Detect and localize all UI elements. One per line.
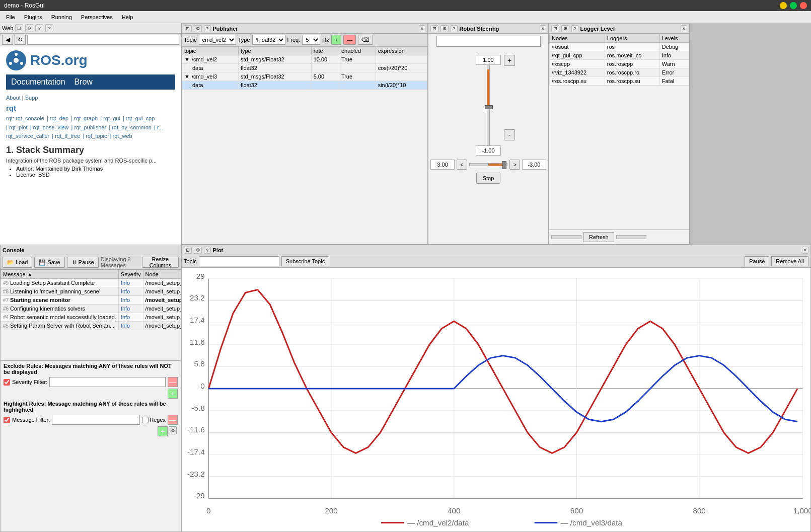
supp-link[interactable]: Supp (25, 95, 38, 101)
logger-help-btn[interactable]: ? (571, 25, 578, 32)
type-select[interactable]: /Float32 (252, 35, 285, 45)
plot-dock-btn[interactable]: ⊡ (184, 247, 192, 254)
col-topic[interactable]: topic (182, 47, 239, 55)
table-row[interactable]: #6 Configuring kinematics solvers Info /… (1, 305, 181, 313)
list-item[interactable]: /ros.roscpp.su ros.roscpp.su Fatal (550, 77, 689, 86)
robot-dock-btn[interactable]: ⊡ (430, 25, 438, 32)
robot-left-btn[interactable]: < (457, 160, 467, 170)
exclude-add-btn[interactable]: + (168, 389, 178, 399)
pub-dock-btn[interactable]: ⊡ (184, 25, 192, 32)
pub-remove-btn[interactable]: — (343, 35, 356, 45)
expand-arrow[interactable]: ▼ (184, 56, 190, 62)
web-close-btn[interactable]: × (45, 24, 53, 32)
highlight-add-btn[interactable]: + (158, 426, 168, 436)
publisher-close-btn[interactable]: × (419, 25, 425, 32)
table-row[interactable]: #4 Robot semantic model successfully loa… (1, 313, 181, 322)
logger-close-btn[interactable]: × (681, 25, 687, 32)
logger-refresh-btn[interactable]: Refresh (583, 232, 614, 242)
list-item[interactable]: /rqt_gui_cpp ros.moveit_co Info (550, 51, 689, 60)
col-enabled[interactable]: enabled (339, 47, 376, 55)
message-del-btn[interactable]: — (168, 415, 178, 425)
list-item[interactable]: /roscpp ros.roscpp Warn (550, 60, 689, 68)
list-item[interactable]: /rosout ros Debug (550, 43, 689, 51)
resize-columns-btn[interactable]: Resize Columns (142, 257, 179, 268)
console-save-btn[interactable]: 💾 Save (34, 257, 64, 268)
plot-pause-btn[interactable]: Pause (745, 256, 769, 266)
plot-help-btn[interactable]: ? (204, 247, 211, 254)
web-back-btn[interactable]: ◀ (2, 35, 13, 45)
robot-help-btn[interactable]: ? (451, 25, 458, 32)
list-item[interactable]: /rviz_1343922 ros.roscpp.ro Error (550, 68, 689, 77)
robot-config-btn[interactable]: ⚙ (440, 25, 449, 32)
table-row[interactable]: #9 Loading Setup Assistant Complete Info… (1, 279, 181, 287)
menu-plugins[interactable]: Plugins (20, 13, 46, 21)
robot-minus-btn[interactable]: - (504, 129, 515, 140)
highlight-settings-btn[interactable]: ⚙ (169, 426, 177, 434)
author-item: Author: Maintained by Dirk Thomas (16, 166, 175, 172)
expand-arrow[interactable]: ▼ (184, 73, 190, 80)
table-row[interactable]: #7 Starting scene monitor Info /moveit_s… (1, 296, 181, 305)
robot-topic-input[interactable]: /cmd_vel (436, 36, 541, 47)
pub-help-btn[interactable]: ? (204, 25, 211, 32)
robot-right-btn[interactable]: > (509, 160, 520, 170)
menu-file[interactable]: File (2, 13, 19, 21)
col-node[interactable]: Node (143, 270, 181, 279)
web-help-btn[interactable]: ? (35, 24, 43, 32)
remove-all-btn[interactable]: Remove All (771, 256, 808, 266)
subscribe-topic-btn[interactable]: Subscribe Topic (281, 256, 329, 266)
col-expression[interactable]: expression (376, 47, 427, 55)
logger-slider[interactable] (551, 235, 581, 239)
web-dock-btn[interactable]: ⊡ (15, 24, 23, 32)
severity-checkbox[interactable] (4, 379, 10, 386)
message-checkbox[interactable] (4, 417, 10, 423)
plot-topic-label: Topic (184, 258, 197, 264)
menu-help[interactable]: Help (118, 13, 137, 21)
about-link[interactable]: About (6, 95, 21, 101)
pub-config-btn[interactable]: ⚙ (194, 25, 202, 32)
table-row[interactable]: ▼/cmd_vel3 std_msgs/Float32 5.00 True (182, 72, 427, 81)
pub-add-btn[interactable]: + (331, 35, 341, 45)
pub-clear-btn[interactable]: ⌫ (358, 35, 373, 45)
window-controls[interactable] (780, 2, 807, 9)
web-url-input[interactable]: http://www.ros.org/wiki/rqt (27, 35, 179, 45)
logger-dock-btn[interactable]: ⊡ (551, 25, 559, 32)
table-row[interactable]: data float32 cos(i/20)*20 (182, 64, 427, 72)
robot-h-slider-thumb[interactable] (502, 161, 506, 169)
web-refresh-btn[interactable]: ↻ (15, 35, 26, 45)
plot-close-btn[interactable]: × (802, 247, 808, 254)
plot-config-btn[interactable]: ⚙ (194, 247, 202, 254)
col-rate[interactable]: rate (311, 47, 339, 55)
col-type[interactable]: type (238, 47, 311, 55)
severity-del-btn[interactable]: — (168, 377, 178, 387)
robot-stop-btn[interactable]: Stop (476, 173, 501, 184)
robot-plus-btn[interactable]: + (504, 55, 515, 66)
col-nodes[interactable]: Nodes (550, 34, 605, 43)
col-severity[interactable]: Severity (118, 270, 143, 279)
menu-perspectives[interactable]: Perspectives (77, 13, 117, 21)
logger-slider2[interactable] (616, 235, 646, 239)
robot-close-btn[interactable]: × (540, 25, 546, 32)
table-row[interactable]: data float32 sin(i/20)*10 (182, 81, 427, 90)
topic-select[interactable]: cmd_vel2 (199, 35, 236, 45)
message-filter-input[interactable]: monitor (52, 415, 140, 425)
logger-config-btn[interactable]: ⚙ (561, 25, 569, 32)
console-pause-btn[interactable]: ⏸ Pause (67, 257, 99, 268)
table-row[interactable]: ▼/cmd_vel2 std_msgs/Float32 10.00 True (182, 55, 427, 64)
col-levels[interactable]: Levels (659, 34, 689, 43)
web-config-btn[interactable]: ⚙ (25, 24, 33, 32)
level-value: Info (659, 51, 689, 60)
col-message[interactable]: Message ▲ (1, 270, 119, 279)
col-loggers[interactable]: Loggers (605, 34, 659, 43)
robot-v-slider-thumb[interactable] (485, 105, 493, 109)
maximize-btn[interactable] (790, 2, 797, 9)
table-row[interactable]: #5 Setting Param Server with Robot Seman… (1, 322, 181, 330)
severity-filter-input[interactable]: Debug Info Warning Error Fatal (49, 377, 166, 387)
table-row[interactable]: #8 Listening to 'moveit_planning_scene' … (1, 287, 181, 296)
console-load-btn[interactable]: 📂 Load (3, 257, 32, 268)
menu-running[interactable]: Running (47, 13, 76, 21)
plot-topic-input[interactable]: /cmd_vel3/data (199, 256, 279, 266)
close-btn[interactable] (800, 2, 807, 9)
regex-checkbox[interactable] (142, 417, 149, 423)
freq-select[interactable]: 5 (302, 35, 320, 45)
minimize-btn[interactable] (780, 2, 787, 9)
